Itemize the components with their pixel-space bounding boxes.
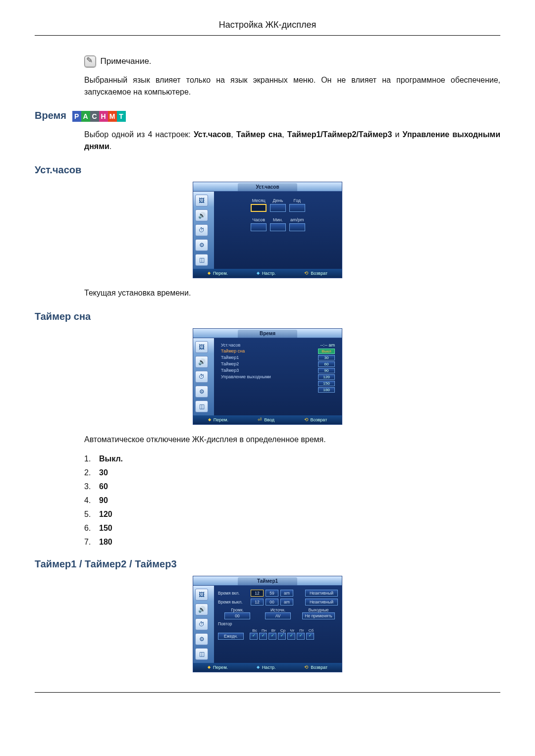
holiday-field[interactable]: Не применять bbox=[302, 612, 335, 619]
sound-icon: 🔊 bbox=[195, 356, 208, 368]
section-heading-clockset: Уст.часов bbox=[35, 164, 500, 176]
clock-icon: ⏱ bbox=[195, 371, 208, 383]
off-min[interactable]: 00 bbox=[266, 599, 278, 605]
volume-field[interactable]: 00 bbox=[224, 612, 250, 619]
picture-icon: 🖼 bbox=[195, 195, 208, 206]
sleep-option[interactable]: Выкл bbox=[318, 349, 335, 354]
settings-icon: ⚙ bbox=[195, 633, 208, 645]
day-checkbox[interactable]: ✓ bbox=[259, 633, 267, 640]
section-heading-sleep: Таймер сна bbox=[35, 311, 500, 322]
note-icon bbox=[84, 55, 96, 67]
day-checkbox[interactable]: ✓ bbox=[287, 633, 295, 640]
settings-icon: ⚙ bbox=[195, 386, 208, 398]
divider bbox=[35, 35, 500, 36]
footer-adjust: Настр. bbox=[257, 271, 276, 276]
footer-enter: Ввод bbox=[258, 417, 274, 422]
osd-title: Уст.часов bbox=[238, 183, 297, 191]
multi-icon: ◫ bbox=[195, 401, 208, 412]
osd-sleep: Время 🖼 🔊 ⏱ ⚙ ◫ Уст.часов--:-- am Таймер… bbox=[193, 328, 342, 425]
on-state[interactable]: Неактивный bbox=[305, 590, 338, 597]
sleep-timer-row[interactable]: Таймер сна Выкл bbox=[218, 348, 338, 354]
year-field[interactable] bbox=[289, 204, 305, 212]
day-field[interactable] bbox=[270, 204, 286, 212]
picture-icon: 🖼 bbox=[195, 589, 208, 601]
ampm-field[interactable] bbox=[289, 223, 305, 231]
off-hour[interactable]: 12 bbox=[251, 599, 264, 605]
footer-move: Перем. bbox=[208, 417, 228, 422]
clock-icon: ⏱ bbox=[195, 618, 208, 630]
divider bbox=[35, 692, 500, 693]
multi-icon: ◫ bbox=[195, 648, 208, 660]
osd-sidebar: 🖼 🔊 ⏱ ⚙ ◫ bbox=[193, 192, 214, 269]
on-ampm[interactable]: am bbox=[280, 590, 293, 597]
multi-icon: ◫ bbox=[195, 254, 208, 266]
day-checkbox[interactable]: ✓ bbox=[250, 633, 258, 640]
picture-icon: 🖼 bbox=[195, 341, 208, 353]
month-field[interactable] bbox=[251, 204, 267, 212]
on-hour[interactable]: 12 bbox=[251, 590, 264, 597]
footer-return: Возврат bbox=[304, 270, 327, 276]
footer-move: Перем. bbox=[208, 271, 228, 276]
footer-return: Возврат bbox=[304, 664, 327, 670]
input-source-badge: P A C H M T bbox=[72, 111, 126, 122]
section-heading-timers: Таймер1 / Таймер2 / Таймер3 bbox=[35, 558, 500, 570]
sleep-caption: Автоматическое отключение ЖК-дисплея в о… bbox=[84, 434, 500, 446]
osd-title: Время bbox=[238, 330, 297, 338]
footer-move: Перем. bbox=[208, 665, 228, 670]
note-text: Выбранный язык влияет только на язык экр… bbox=[84, 74, 500, 98]
clock-icon: ⏱ bbox=[195, 224, 208, 236]
day-checkbox[interactable]: ✓ bbox=[306, 633, 314, 640]
settings-icon: ⚙ bbox=[195, 239, 208, 251]
clockset-caption: Текущая установка времени. bbox=[84, 287, 500, 299]
osd-title: Таймер1 bbox=[238, 577, 297, 585]
day-checkbox[interactable]: ✓ bbox=[268, 633, 276, 640]
off-state[interactable]: Неактивный bbox=[305, 599, 338, 605]
note-label: Примечание. bbox=[100, 56, 151, 66]
page-title: Настройка ЖК-дисплея bbox=[35, 20, 500, 30]
sound-icon: 🔊 bbox=[195, 604, 208, 615]
repeat-field[interactable]: Ежедн. bbox=[218, 633, 244, 640]
source-field[interactable]: AV bbox=[265, 612, 291, 619]
sleep-value-list: 1.Выкл. 2.30 3.60 4.90 5.120 6.150 7.180 bbox=[84, 454, 500, 547]
footer-adjust: Настр. bbox=[257, 665, 276, 670]
section-heading-time: Время P A C H M T bbox=[35, 110, 500, 122]
osd-timer1: Таймер1 🖼 🔊 ⏱ ⚙ ◫ Время вкл. 12 59 am Не… bbox=[193, 576, 342, 672]
osd-clockset: Уст.часов 🖼 🔊 ⏱ ⚙ ◫ Месяц День Год bbox=[193, 182, 342, 278]
sound-icon: 🔊 bbox=[195, 209, 208, 221]
off-ampm[interactable]: am bbox=[280, 599, 293, 605]
on-min[interactable]: 59 bbox=[266, 590, 278, 597]
time-intro: Выбор одной из 4 настроек: Уст.часов, Та… bbox=[84, 129, 500, 152]
footer-return: Возврат bbox=[304, 417, 327, 422]
minute-field[interactable] bbox=[270, 223, 286, 231]
day-checkbox[interactable]: ✓ bbox=[278, 633, 286, 640]
hour-field[interactable] bbox=[251, 223, 267, 231]
day-checkbox[interactable]: ✓ bbox=[297, 633, 305, 640]
